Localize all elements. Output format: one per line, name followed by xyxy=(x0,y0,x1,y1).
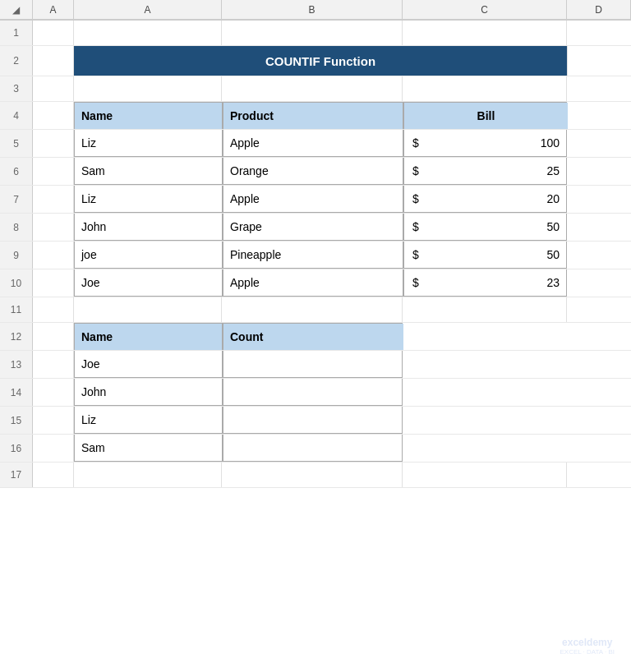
count-count-15[interactable] xyxy=(223,407,403,433)
watermark-brand: exceldemy xyxy=(560,637,615,648)
cell-e3[interactable] xyxy=(567,76,631,101)
cell-b17[interactable] xyxy=(74,463,222,487)
col-header-a: A xyxy=(33,0,74,20)
row-num-6: 6 xyxy=(0,158,33,185)
row-num-15: 15 xyxy=(0,407,33,434)
row-11: 11 xyxy=(0,297,631,323)
title-text: COUNTIF Function xyxy=(265,54,375,68)
cell-product-10[interactable]: Apple xyxy=(223,269,403,296)
cell-c11[interactable] xyxy=(222,297,403,322)
count-count-16[interactable] xyxy=(223,435,403,461)
cell-d11[interactable] xyxy=(403,297,567,322)
dollar-8: $ xyxy=(412,220,419,233)
count-name-16[interactable]: Sam xyxy=(75,435,223,461)
row-num-5: 5 xyxy=(0,130,33,157)
cell-a14[interactable] xyxy=(33,379,74,406)
cell-a8[interactable] xyxy=(33,214,74,241)
cell-a2[interactable] xyxy=(33,46,74,76)
dollar-10: $ xyxy=(412,276,419,289)
amount-6: 25 xyxy=(546,164,560,177)
cell-product-5[interactable]: Apple xyxy=(223,130,403,156)
count-header-count: Count xyxy=(223,324,403,350)
cell-d1[interactable] xyxy=(403,21,567,45)
cell-b3[interactable] xyxy=(74,76,222,101)
row-1: 1 xyxy=(0,21,631,46)
row-7: 7 Liz Apple $ 20 xyxy=(0,186,631,214)
cell-name-7[interactable]: Liz xyxy=(75,186,223,212)
dollar-6: $ xyxy=(412,164,419,177)
cell-e2[interactable] xyxy=(567,46,631,76)
cell-b1[interactable] xyxy=(74,21,222,45)
cell-e1[interactable] xyxy=(567,21,631,45)
row-num-9: 9 xyxy=(0,242,33,269)
cell-product-9[interactable]: Pineapple xyxy=(223,242,403,268)
cell-a3[interactable] xyxy=(33,76,74,101)
row-num-2: 2 xyxy=(0,46,33,76)
cell-a11[interactable] xyxy=(33,297,74,322)
watermark: exceldemy EXCEL · DATA · BI xyxy=(560,637,615,656)
row-num-7: 7 xyxy=(0,186,33,213)
dollar-5: $ xyxy=(412,136,419,150)
amount-5: 100 xyxy=(541,136,560,150)
cell-c3[interactable] xyxy=(222,76,403,101)
cell-d17[interactable] xyxy=(403,463,567,487)
count-header-name: Name xyxy=(75,324,223,350)
row-num-3: 3 xyxy=(0,76,33,101)
header-product: Product xyxy=(223,103,403,129)
cell-name-10[interactable]: Joe xyxy=(75,269,223,296)
cell-a16[interactable] xyxy=(33,435,74,462)
row-num-12: 12 xyxy=(0,323,33,350)
row-num-14: 14 xyxy=(0,379,33,406)
cell-e11[interactable] xyxy=(567,297,631,322)
count-count-13[interactable] xyxy=(223,351,403,377)
cell-a12[interactable] xyxy=(33,323,74,350)
cell-a17[interactable] xyxy=(33,463,74,487)
count-name-15[interactable]: Liz xyxy=(75,407,223,433)
header-name: Name xyxy=(75,103,223,129)
amount-7: 20 xyxy=(546,192,560,205)
cell-bill-6[interactable]: $ 25 xyxy=(403,158,568,184)
cell-a7[interactable] xyxy=(33,186,74,213)
cell-e17[interactable] xyxy=(567,463,631,487)
cell-a1[interactable] xyxy=(33,21,74,45)
cell-product-7[interactable]: Apple xyxy=(223,186,403,212)
cell-c17[interactable] xyxy=(222,463,403,487)
col-header-d: C xyxy=(403,0,567,20)
cell-bill-5[interactable]: $ 100 xyxy=(403,130,568,156)
cell-bill-7[interactable]: $ 20 xyxy=(403,186,568,212)
cell-name-5[interactable]: Liz xyxy=(75,130,223,156)
cell-name-6[interactable]: Sam xyxy=(75,158,223,184)
row-5: 5 Liz Apple $ 100 xyxy=(0,130,631,158)
amount-8: 50 xyxy=(546,220,560,233)
cell-bill-9[interactable]: $ 50 xyxy=(403,242,568,268)
cell-a10[interactable] xyxy=(33,269,74,297)
row-9: 9 joe Pineapple $ 50 xyxy=(0,242,631,269)
row-16: 16 Sam xyxy=(0,435,631,463)
count-name-14[interactable]: John xyxy=(75,379,223,405)
row-num-13: 13 xyxy=(0,351,33,378)
cell-a4[interactable] xyxy=(33,102,74,129)
col-header-b: A xyxy=(74,0,222,20)
cell-a6[interactable] xyxy=(33,158,74,185)
count-count-14[interactable] xyxy=(223,379,403,405)
cell-a5[interactable] xyxy=(33,130,74,157)
cell-a15[interactable] xyxy=(33,407,74,434)
amount-10: 23 xyxy=(546,276,560,289)
cell-c1[interactable] xyxy=(222,21,403,45)
row-4: 4 Name Product Bill xyxy=(0,102,631,130)
title-cell: COUNTIF Function xyxy=(74,46,567,76)
row-3: 3 xyxy=(0,76,631,102)
count-name-13[interactable]: Joe xyxy=(75,351,223,377)
corner-cell: ◢ xyxy=(0,0,33,20)
cell-b11[interactable] xyxy=(74,297,222,322)
cell-a13[interactable] xyxy=(33,351,74,378)
cell-name-9[interactable]: joe xyxy=(75,242,223,268)
cell-product-8[interactable]: Grape xyxy=(223,214,403,240)
cell-name-8[interactable]: John xyxy=(75,214,223,240)
cell-d3[interactable] xyxy=(403,76,567,101)
cell-bill-10[interactable]: $ 23 xyxy=(403,269,568,296)
cell-a9[interactable] xyxy=(33,242,74,269)
row-15: 15 Liz xyxy=(0,407,631,435)
cell-product-6[interactable]: Orange xyxy=(223,158,403,184)
cell-bill-8[interactable]: $ 50 xyxy=(403,214,568,240)
